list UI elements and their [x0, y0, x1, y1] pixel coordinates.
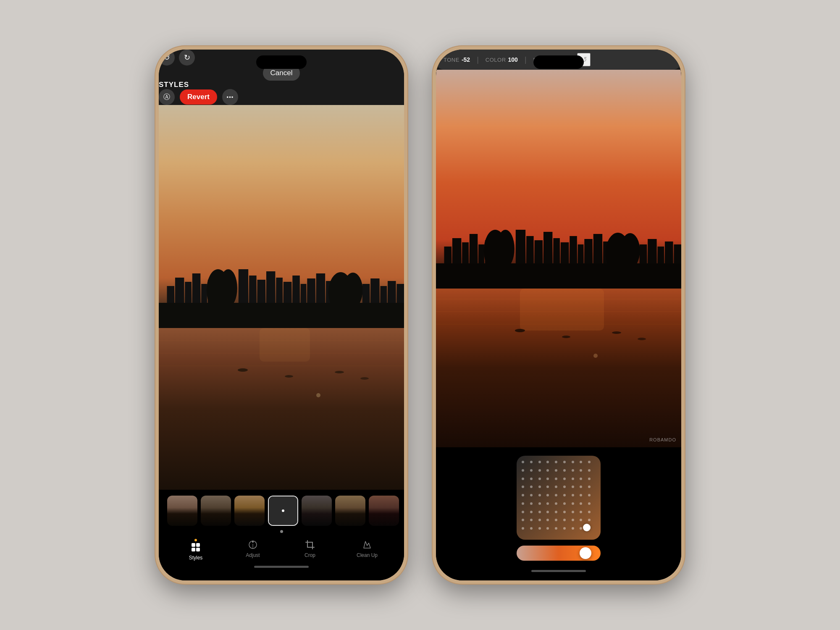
style-thumb-2[interactable] — [201, 496, 231, 526]
city-silhouette — [159, 261, 404, 328]
tab-cleanup[interactable]: Clean Up — [352, 539, 382, 561]
svg-rect-39 — [196, 543, 200, 547]
left-phone: ↺ ↻ Cancel STYLES Ⓐ Revert ••• — [155, 46, 407, 584]
tab-adjust[interactable]: Adjust — [238, 539, 268, 561]
crop-label: Crop — [304, 552, 315, 558]
style-thumb-1[interactable] — [167, 496, 197, 526]
dynamic-island — [256, 55, 307, 69]
photo-right: ROBAMDO — [436, 70, 681, 447]
color-slider[interactable] — [517, 546, 601, 561]
tab-bar: Styles Adjust — [159, 536, 404, 562]
svg-rect-40 — [192, 548, 195, 551]
tone-label: TONE — [444, 57, 459, 63]
photo-area — [159, 105, 404, 490]
svg-point-21 — [343, 273, 363, 308]
cleanup-label: Clean Up — [357, 552, 378, 558]
styles-label: Styles — [189, 555, 203, 561]
bottom-right — [436, 447, 681, 580]
svg-rect-27 — [159, 303, 404, 328]
revert-button[interactable]: Revert — [180, 89, 217, 105]
svg-rect-32 — [260, 328, 310, 362]
svg-point-35 — [335, 371, 344, 373]
svg-point-33 — [238, 368, 248, 372]
adjust-label: Adjust — [246, 552, 260, 558]
cleanup-icon — [361, 539, 373, 551]
adjust-icon — [247, 539, 259, 551]
bottom-toolbar: Styles Adjust — [159, 490, 404, 580]
color-label: COLOR — [486, 57, 506, 63]
home-indicator — [254, 566, 309, 568]
svg-point-66 — [620, 233, 640, 268]
undo-icon: ↺ — [164, 53, 170, 62]
tab-styles[interactable]: Styles — [181, 539, 210, 561]
svg-point-34 — [285, 375, 293, 378]
style-thumb-active[interactable] — [268, 496, 298, 526]
svg-point-80 — [638, 338, 646, 340]
svg-point-78 — [562, 336, 570, 338]
style-thumb-6[interactable] — [369, 496, 399, 526]
crop-icon — [304, 539, 316, 551]
svg-point-36 — [360, 377, 369, 380]
city-silhouette-right — [436, 221, 681, 289]
svg-point-53 — [496, 230, 514, 268]
svg-rect-41 — [196, 548, 200, 551]
redo-button[interactable]: ↻ — [179, 50, 195, 66]
style-thumb-3[interactable] — [234, 496, 265, 526]
color-item: COLOR 100 — [486, 56, 518, 63]
style-thumbnails[interactable] — [159, 490, 404, 530]
redo-icon: ↻ — [184, 53, 190, 62]
palette-widget[interactable] — [517, 456, 601, 540]
svg-point-8 — [219, 269, 237, 307]
palette-handle[interactable] — [583, 524, 591, 531]
scroll-indicator — [280, 530, 283, 533]
svg-point-81 — [593, 354, 598, 358]
water-reflection — [159, 328, 404, 490]
svg-rect-38 — [192, 543, 195, 547]
color-value: 100 — [508, 56, 518, 63]
style-thumb-4[interactable] — [302, 496, 332, 526]
style-thumb-5[interactable] — [335, 496, 365, 526]
dynamic-island-right — [533, 55, 584, 69]
magic-wand-button[interactable]: Ⓐ — [159, 89, 175, 105]
svg-point-77 — [515, 329, 525, 332]
svg-point-37 — [316, 393, 320, 397]
water-right — [436, 289, 681, 447]
svg-point-79 — [612, 331, 621, 334]
slider-handle[interactable] — [580, 547, 591, 559]
tab-crop[interactable]: Crop — [295, 539, 325, 561]
styles-icon — [190, 541, 202, 553]
page-title: STYLES — [159, 81, 189, 89]
right-phone: TONE -52 | COLOR 100 | PALETTE 100 ↺ — [433, 46, 685, 584]
tone-value: -52 — [462, 56, 470, 63]
more-button[interactable]: ••• — [222, 89, 238, 105]
home-indicator-right — [531, 570, 586, 572]
svg-rect-72 — [436, 263, 681, 289]
tone-item: TONE -52 — [444, 56, 470, 63]
watermark: ROBAMDO — [649, 437, 676, 442]
undo-button[interactable]: ↺ — [159, 50, 175, 66]
